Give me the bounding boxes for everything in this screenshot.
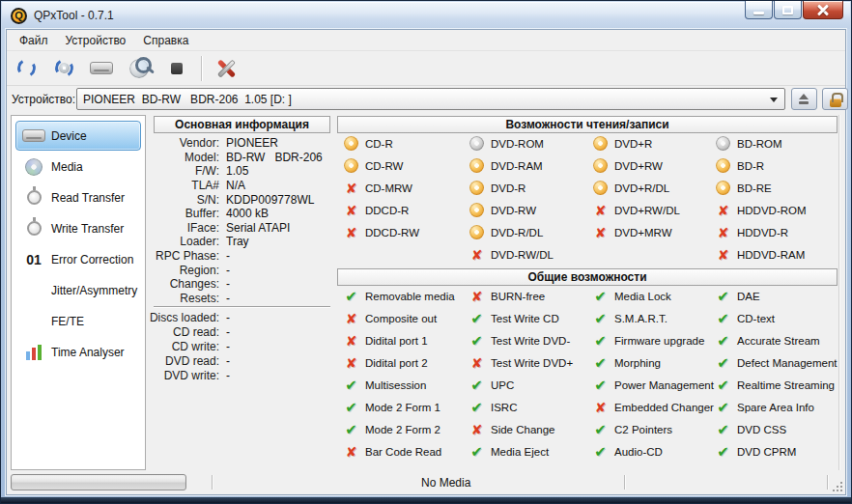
info-row-label: CD read: (148, 325, 219, 339)
main-content: Device Media Read Transfer Write (7, 113, 845, 471)
check-icon (345, 288, 357, 305)
capability-label: Bar Code Read (365, 446, 441, 458)
sidebar-item[interactable]: Error Correction (15, 244, 141, 274)
info-row-value: Serial ATAPI (226, 221, 290, 235)
refresh-icon (14, 57, 37, 79)
scan-disc-icon (129, 59, 149, 78)
menu-item[interactable]: Справка (134, 31, 197, 50)
capability-item: DVD+MRW (593, 221, 714, 243)
capability-label: Mode 2 Form 1 (365, 402, 440, 413)
write-stopwatch-icon (27, 221, 42, 236)
device-select[interactable]: PIONEER BD-RW BDR-206 1.05 [D: ] (76, 88, 785, 110)
sidebar-item[interactable]: Write Transfer (15, 213, 141, 243)
stop-button[interactable] (161, 54, 192, 83)
maximize-icon (782, 6, 793, 14)
capability-item: CD-R (344, 132, 468, 154)
check-icon (717, 332, 729, 350)
capability-label: DVD+RW (614, 160, 663, 172)
cross-icon (595, 224, 607, 241)
capability-item: Audio-CD (593, 440, 714, 462)
rw-column-1: CD-R CD-RW CD-MRW DDCD-R (344, 132, 468, 243)
minimize-icon (753, 12, 764, 14)
sidebar-item[interactable]: Jitter/Asymmetry (15, 275, 141, 305)
status-message: No Media (421, 476, 470, 490)
statusbar-separator (624, 475, 626, 490)
capability-item: Defect Management (716, 351, 838, 374)
info-row-label: Buffer: (148, 207, 219, 220)
lock-button[interactable] (822, 88, 848, 110)
toolbar (7, 51, 845, 86)
stop-icon (171, 63, 183, 74)
sidebar-item[interactable]: Read Transfer (15, 182, 141, 212)
info-row-label: F/W: (148, 164, 219, 178)
capability-label: DVD-R/DL (491, 227, 543, 238)
capability-item: Bar Code Read (344, 440, 468, 462)
check-icon (594, 354, 607, 372)
capability-item: Composite out (344, 307, 468, 329)
drive-info-button[interactable] (86, 54, 117, 83)
general-column-3: Media Lock S.M.A.R.T. Firmware upgrade (593, 285, 714, 462)
capability-label: Removable media (365, 291, 455, 302)
settings-button[interactable] (211, 54, 241, 83)
cross-icon (346, 354, 357, 372)
info-row-value: - (226, 325, 230, 339)
chevron-down-icon (770, 98, 778, 102)
maximize-button[interactable] (774, 1, 802, 19)
info-row-label: Vendor: (148, 136, 219, 150)
info-row: Loader: Tray (148, 235, 337, 249)
check-icon (594, 332, 607, 350)
cross-icon (346, 202, 357, 219)
info-rows: Vendor: PIONEER Model: BD-RW BDR-206 F/W… (148, 136, 337, 305)
capability-item: DVD+R/DL (593, 177, 714, 199)
sidebar-item-label: Error Correction (51, 253, 133, 266)
cross-icon (595, 202, 607, 219)
sidebar-item-label: Jitter/Asymmetry (51, 284, 137, 297)
check-icon (470, 377, 483, 394)
client-area: Файл Устройство Справка (6, 29, 846, 495)
info-row: IFace: Serial ATAPI (148, 221, 337, 236)
resize-grip[interactable] (832, 481, 843, 492)
capability-label: Test Write DVD+ (491, 357, 573, 369)
sidebar-item[interactable]: Device (15, 121, 141, 151)
capability-item: DVD-R (469, 177, 591, 199)
check-icon (470, 310, 483, 327)
toolbar-separator (201, 56, 202, 81)
info-row-label: Resets: (148, 292, 219, 305)
refresh-media-button[interactable] (48, 54, 79, 83)
capability-item: HDDVD-ROM (716, 199, 838, 221)
capability-label: DVD+R/DL (614, 182, 669, 194)
sidebar-item[interactable]: Time Analyser (15, 337, 141, 367)
check-icon (345, 421, 357, 438)
cross-icon (346, 180, 357, 197)
minimize-button[interactable] (745, 1, 773, 19)
capability-item: BD-RE (716, 177, 838, 199)
disc-write-icon (469, 158, 484, 173)
check-icon (717, 443, 729, 461)
cross-icon (718, 224, 729, 241)
refresh-button[interactable] (11, 54, 42, 83)
sidebar-item[interactable]: Media (15, 152, 141, 182)
cross-icon (718, 202, 729, 219)
eject-button[interactable] (791, 88, 817, 110)
capability-item: DVD CPRM (716, 440, 838, 462)
capability-label: Multisession (365, 379, 426, 391)
menu-item[interactable]: Устройство (57, 31, 135, 50)
general-panel-title: Общие возможности (337, 268, 838, 286)
disc-write-icon (469, 225, 484, 239)
info-row-label: TLA# (148, 179, 219, 192)
drive-icon (22, 129, 45, 142)
disc-read-icon (469, 136, 484, 151)
info-row-label: DVD write: (148, 369, 219, 382)
capability-item: DVD-RW (469, 199, 591, 221)
menu-item[interactable]: Файл (11, 31, 57, 50)
title-bar[interactable]: Q QPxTool - 0.7.1 (2, 2, 850, 29)
scan-button[interactable] (124, 54, 155, 83)
capability-label: UPC (491, 379, 514, 391)
capability-label: C2 Pointers (614, 424, 672, 435)
sidebar-item[interactable]: FE/TE (15, 306, 141, 336)
capability-label: DVD+R (614, 138, 652, 150)
disc-write-icon (344, 158, 358, 173)
lock-icon (830, 98, 841, 107)
close-button[interactable] (803, 1, 843, 19)
info-row-value: - (226, 249, 230, 263)
